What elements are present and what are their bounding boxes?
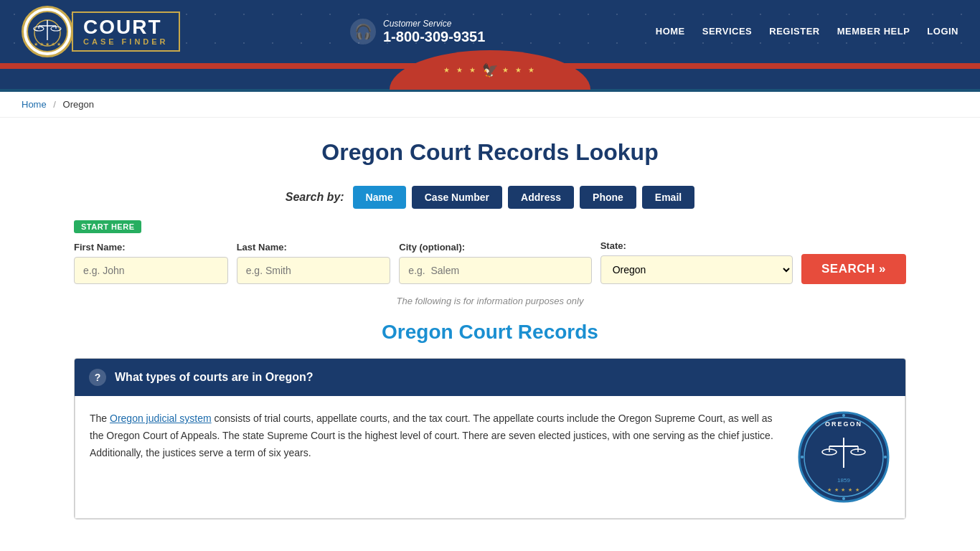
info-note: The following is for information purpose… bbox=[74, 296, 906, 306]
faq-paragraph: The Oregon judicial system consists of t… bbox=[90, 410, 780, 461]
search-button[interactable]: SEARCH » bbox=[801, 254, 906, 284]
search-by-label: Search by: bbox=[286, 191, 344, 204]
svg-text:★ ★ ★ ★ ★: ★ ★ ★ ★ ★ bbox=[34, 42, 61, 47]
logo-text: COURT CASE FINDER bbox=[72, 11, 180, 52]
faq-body: The Oregon judicial system consists of t… bbox=[75, 396, 905, 519]
first-name-group: First Name: bbox=[74, 242, 228, 284]
last-name-input[interactable] bbox=[237, 257, 391, 284]
last-name-label: Last Name: bbox=[237, 242, 391, 253]
nav-register[interactable]: REGISTER bbox=[769, 26, 819, 38]
svg-point-22 bbox=[801, 456, 804, 458]
last-name-group: Last Name: bbox=[237, 242, 391, 284]
nav-member-help[interactable]: MEMBER HELP bbox=[837, 26, 910, 38]
state-group: State: Oregon AlabamaAlaskaArizonaArkans… bbox=[600, 240, 793, 284]
search-section: Search by: Name Case Number Address Phon… bbox=[74, 186, 906, 306]
svg-point-20 bbox=[842, 414, 845, 417]
state-label: State: bbox=[600, 240, 793, 251]
svg-text:OREGON: OREGON bbox=[825, 420, 862, 428]
breadcrumb-separator: / bbox=[53, 99, 56, 110]
nav-home[interactable]: HOME bbox=[656, 26, 685, 38]
eagle-symbol: 🦅 bbox=[482, 62, 498, 78]
ribbon-stars-left: ★ ★ ★ bbox=[443, 66, 478, 74]
customer-service: 🎧 Customer Service 1-800-309-9351 bbox=[350, 19, 485, 45]
oregon-seal: OREGON ★ ★ ★ ★ ★ 1859 bbox=[797, 410, 890, 504]
ribbon-eagle: ★ ★ ★ 🦅 ★ ★ ★ bbox=[443, 62, 536, 78]
faq-item: ? What types of courts are in Oregon? Th… bbox=[74, 358, 906, 519]
first-name-label: First Name: bbox=[74, 242, 228, 253]
search-by-row: Search by: Name Case Number Address Phon… bbox=[74, 186, 906, 209]
ribbon-container: ★ ★ ★ 🦅 ★ ★ ★ bbox=[0, 63, 980, 89]
faq-body-text: The Oregon judicial system consists of t… bbox=[90, 410, 780, 504]
tab-phone[interactable]: Phone bbox=[580, 186, 636, 209]
nav-services[interactable]: SERVICES bbox=[702, 26, 753, 38]
start-here-badge: START HERE bbox=[74, 220, 906, 240]
main-nav: HOME SERVICES REGISTER MEMBER HELP LOGIN bbox=[656, 26, 958, 38]
city-group: City (optional): bbox=[399, 242, 591, 284]
breadcrumb: Home / Oregon bbox=[0, 92, 980, 118]
ribbon-stars-right: ★ ★ ★ bbox=[502, 66, 537, 74]
logo-court-label: COURT bbox=[83, 17, 169, 37]
svg-text:1859: 1859 bbox=[837, 477, 850, 484]
faq-header[interactable]: ? What types of courts are in Oregon? bbox=[75, 359, 905, 396]
logo-casefinder-label: CASE FINDER bbox=[83, 37, 169, 46]
city-label: City (optional): bbox=[399, 242, 591, 253]
headphone-icon: 🎧 bbox=[350, 19, 376, 44]
tab-email[interactable]: Email bbox=[642, 186, 694, 209]
tab-case-number[interactable]: Case Number bbox=[412, 186, 502, 209]
logo-emblem: ★ ★ ★ ★ ★ bbox=[22, 6, 73, 57]
faq-question-text: What types of courts are in Oregon? bbox=[115, 371, 313, 384]
tab-name[interactable]: Name bbox=[353, 186, 406, 209]
nav-login[interactable]: LOGIN bbox=[927, 26, 958, 38]
tab-address[interactable]: Address bbox=[508, 186, 574, 209]
main-content: Oregon Court Records Lookup Search by: N… bbox=[60, 118, 920, 534]
search-form-row: First Name: Last Name: City (optional): … bbox=[74, 240, 906, 284]
breadcrumb-home[interactable]: Home bbox=[22, 99, 47, 110]
svg-point-23 bbox=[884, 456, 887, 458]
cs-phone[interactable]: 1-800-309-9351 bbox=[383, 29, 485, 45]
page-title: Oregon Court Records Lookup bbox=[74, 139, 906, 166]
logo-area: ★ ★ ★ ★ ★ COURT CASE FINDER bbox=[22, 6, 180, 57]
state-select[interactable]: Oregon AlabamaAlaskaArizonaArkansas Cali… bbox=[600, 255, 793, 284]
start-here-label: START HERE bbox=[74, 220, 141, 233]
city-input[interactable] bbox=[399, 257, 591, 284]
faq-question-icon: ? bbox=[89, 369, 106, 386]
svg-point-21 bbox=[842, 497, 845, 500]
section-title: Oregon Court Records bbox=[74, 321, 906, 344]
first-name-input[interactable] bbox=[74, 257, 228, 284]
cs-label: Customer Service bbox=[383, 19, 485, 29]
faq-link[interactable]: Oregon judicial system bbox=[110, 413, 212, 424]
svg-text:★ ★ ★ ★ ★: ★ ★ ★ ★ ★ bbox=[827, 487, 861, 492]
breadcrumb-current: Oregon bbox=[63, 99, 94, 110]
cs-text-block: Customer Service 1-800-309-9351 bbox=[383, 19, 485, 45]
